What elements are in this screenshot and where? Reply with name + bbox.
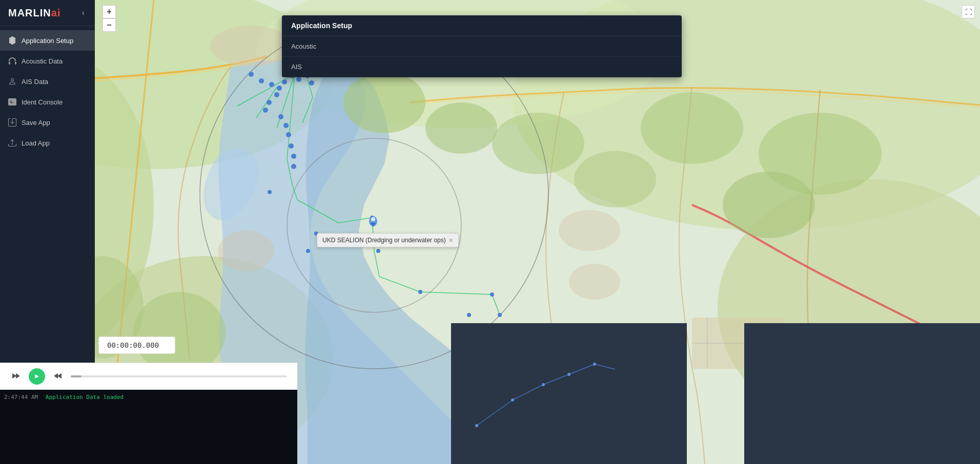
save-icon <box>8 118 16 126</box>
sidebar-item-label-load-app: Load App <box>22 139 50 147</box>
svg-point-13 <box>492 113 584 174</box>
sidebar-item-label-acoustic-data: Acoustic Data <box>22 57 63 65</box>
tooltip-close-button[interactable]: × <box>449 237 453 244</box>
svg-point-82 <box>593 363 596 366</box>
dropdown-item-acoustic[interactable]: Acoustic <box>282 36 682 57</box>
mini-panel-2 <box>744 323 980 464</box>
sidebar-item-load-app[interactable]: Load App <box>0 133 95 153</box>
dropdown-menu: Application Setup Acoustic AIS <box>282 15 682 77</box>
svg-point-11 <box>343 72 425 133</box>
svg-point-8 <box>559 210 620 251</box>
person-icon <box>8 77 16 86</box>
playback-slider[interactable] <box>71 375 287 377</box>
sidebar-item-ident-console[interactable]: Ident Console <box>0 92 95 112</box>
playback-bar <box>0 363 297 390</box>
load-icon <box>8 139 16 147</box>
terminal-icon <box>8 98 16 106</box>
vessel-tooltip-text: UKD SEALION (Dredging or underwater ops) <box>322 237 446 244</box>
gear-icon <box>8 36 16 45</box>
svg-point-79 <box>511 398 514 402</box>
logo-accent: ai <box>51 7 61 18</box>
sidebar-item-label-ident-console: Ident Console <box>22 98 63 106</box>
svg-point-78 <box>475 424 478 427</box>
svg-rect-72 <box>451 323 687 464</box>
playback-progress <box>71 375 81 377</box>
sidebar-item-ais-data[interactable]: AIS Data <box>0 71 95 92</box>
dropdown-header: Application Setup <box>282 15 682 36</box>
play-button[interactable] <box>29 368 45 385</box>
app-logo: MARLINai <box>8 7 60 19</box>
rewind-button[interactable] <box>10 370 22 383</box>
svg-rect-83 <box>744 323 980 464</box>
svg-point-15 <box>641 92 743 164</box>
vessel-tooltip: UKD SEALION (Dredging or underwater ops)… <box>317 233 459 247</box>
sidebar-header: MARLINai ‹ <box>0 0 95 26</box>
sidebar-item-application-setup[interactable]: Application Setup <box>0 30 95 51</box>
svg-point-80 <box>542 383 545 386</box>
console-output: 2:47:44 AM Application Data loaded <box>0 390 297 464</box>
svg-point-14 <box>574 151 656 207</box>
zoom-out-button[interactable]: − <box>103 18 116 32</box>
zoom-in-button[interactable]: + <box>103 5 116 18</box>
svg-point-7 <box>210 26 292 67</box>
svg-point-12 <box>425 102 497 154</box>
svg-point-9 <box>569 264 620 300</box>
sidebar-item-acoustic-data[interactable]: Acoustic Data <box>0 51 95 71</box>
sidebar-item-label-ais-data: AIS Data <box>22 78 48 86</box>
svg-point-10 <box>218 230 274 271</box>
zoom-controls: + − <box>103 5 116 32</box>
console-timestamp: 2:47:44 AM <box>4 394 38 400</box>
svg-point-17 <box>759 113 882 195</box>
mini-panel-1 <box>451 323 687 464</box>
svg-point-19 <box>133 292 226 374</box>
headphone-icon <box>8 57 16 65</box>
fullscreen-button[interactable]: ⛶ <box>962 5 975 18</box>
sidebar-item-label-application-setup: Application Setup <box>22 37 73 45</box>
timestamp-value: 00:00:00.000 <box>107 341 159 349</box>
timestamp-display: 00:00:00.000 <box>98 336 175 354</box>
sidebar-item-save-app[interactable]: Save App <box>0 112 95 133</box>
sidebar-item-label-save-app: Save App <box>22 119 50 126</box>
forward-button[interactable] <box>52 370 64 383</box>
dropdown-item-ais[interactable]: AIS <box>282 57 682 77</box>
console-message: Application Data loaded <box>46 394 124 400</box>
sidebar-toggle-button[interactable]: ‹ <box>80 6 87 19</box>
svg-point-81 <box>567 373 570 376</box>
